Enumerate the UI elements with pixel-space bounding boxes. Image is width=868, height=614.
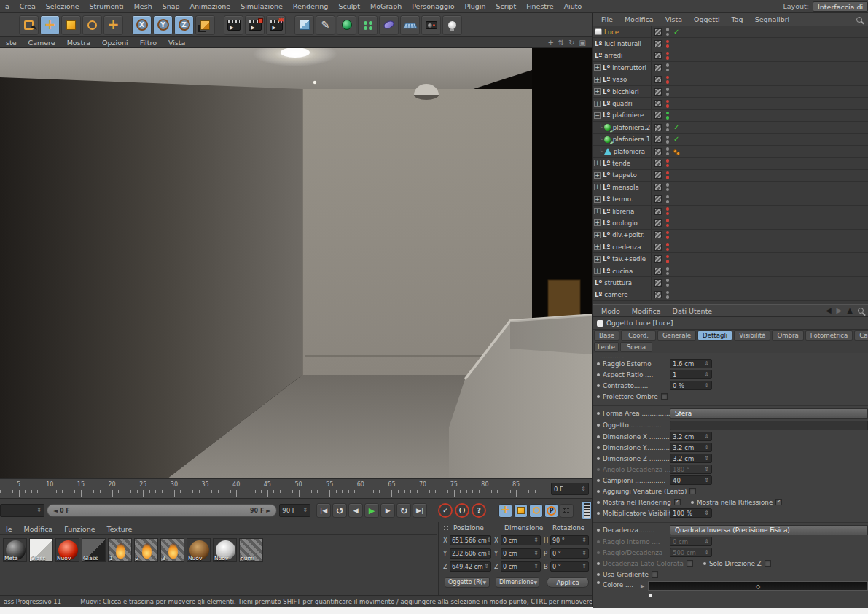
object-row[interactable]: −Lºplafoniere: [593, 110, 868, 122]
expand-toggle[interactable]: +: [594, 208, 601, 214]
render-visibility-dot[interactable]: [666, 188, 670, 192]
menu-simulazione[interactable]: Simulazione: [235, 2, 288, 10]
editor-visibility-dot[interactable]: [666, 243, 670, 246]
spinner-icon[interactable]: ⇕: [581, 486, 586, 492]
layer-toggle-icon[interactable]: [654, 291, 662, 298]
value-field[interactable]: 100 %⇕: [670, 508, 712, 518]
editor-visibility-dot[interactable]: [666, 195, 670, 199]
editor-visibility-dot[interactable]: [666, 231, 670, 235]
layer-toggle-icon[interactable]: [654, 231, 662, 238]
menu-aiuto[interactable]: Aiuto: [559, 2, 587, 10]
visibility-dots[interactable]: [665, 279, 670, 287]
search-icon[interactable]: [856, 17, 862, 23]
expand-toggle[interactable]: +: [594, 232, 601, 238]
visibility-dots[interactable]: [665, 100, 670, 108]
menu-rendering[interactable]: Rendering: [288, 2, 334, 10]
value-field[interactable]: 3.2 cm⇕: [670, 432, 712, 441]
object-name-cell[interactable]: +Lºlibreria: [593, 206, 652, 217]
menu-script[interactable]: Script: [491, 2, 522, 10]
expand-arrow-icon[interactable]: ▶: [641, 583, 644, 589]
render-visibility-dot[interactable]: [666, 260, 670, 263]
object-row[interactable]: +Lºdiv.+poltr.: [593, 230, 868, 241]
mograph-button[interactable]: [358, 15, 378, 35]
play-backwards-button[interactable]: ↺: [332, 503, 347, 518]
editor-visibility-dot[interactable]: [666, 255, 670, 259]
editor-visibility-dot[interactable]: [666, 291, 670, 295]
object-menu-oggetti[interactable]: Oggetti: [688, 15, 725, 23]
spinner-icon[interactable]: ⇕: [582, 551, 587, 556]
editor-visibility-dot[interactable]: [666, 100, 670, 104]
object-name-cell[interactable]: −Lºplafoniere: [593, 110, 652, 121]
menu-strumenti[interactable]: Strumenti: [85, 2, 129, 10]
object-row[interactable]: +Lºquadri: [593, 98, 868, 109]
render-visibility-dot[interactable]: [666, 176, 670, 179]
spinner-icon[interactable]: ⇕: [487, 537, 491, 543]
keyframe-pla-toggle[interactable]: [560, 504, 574, 518]
tab-visibilit[interactable]: Visibilità: [734, 330, 770, 341]
object-name-cell[interactable]: +Lºtav.+sedie: [593, 253, 652, 264]
visibility-dots[interactable]: [665, 52, 670, 60]
spinner-icon[interactable]: ⇕: [704, 478, 709, 483]
object-row[interactable]: +Lºcredenza: [593, 241, 868, 253]
object-menu-vista[interactable]: Vista: [660, 15, 688, 23]
object-row[interactable]: +Lºinterruttori: [593, 62, 868, 74]
menu-sculpt[interactable]: Sculpt: [333, 2, 365, 10]
visibility-dots[interactable]: [665, 88, 670, 96]
object-row[interactable]: +Lºtende: [593, 158, 868, 169]
value-field[interactable]: 500 cm⇕: [670, 548, 712, 557]
render-picture-viewer-button[interactable]: [245, 15, 265, 35]
value-field[interactable]: 3.2 cm⇕: [670, 443, 712, 452]
object-row[interactable]: Luce✓: [593, 26, 868, 38]
checkbox[interactable]: [689, 488, 696, 494]
dropdown-field[interactable]: Quadrata Inversa (Precisione Fisica): [670, 525, 868, 535]
render-visibility-dot[interactable]: [666, 69, 670, 72]
position-mode-dropdown[interactable]: Oggetto (R(▼: [445, 577, 490, 588]
gradient-knot[interactable]: ◇: [756, 583, 760, 590]
coord-input[interactable]: 0 cm⇕: [501, 535, 541, 545]
spinner-icon[interactable]: ⇕: [484, 564, 489, 570]
editor-visibility-dot[interactable]: [666, 112, 670, 115]
object-name-cell[interactable]: └plafoniera.1: [593, 134, 652, 145]
object-row[interactable]: └plafoniera: [593, 146, 868, 158]
expand-toggle[interactable]: +: [594, 160, 601, 166]
object-name-cell[interactable]: +Lºtende: [593, 158, 652, 168]
layer-toggle-icon[interactable]: [654, 28, 662, 36]
expand-toggle[interactable]: +: [594, 244, 601, 250]
tab-fotometrica[interactable]: Fotometrica: [805, 330, 853, 341]
tab-generale[interactable]: Generale: [657, 330, 696, 341]
expand-toggle[interactable]: +: [594, 219, 601, 226]
render-visibility-dot[interactable]: [666, 284, 670, 287]
compositing-tag-icon[interactable]: ✓: [673, 124, 679, 131]
coord-input[interactable]: 0 cm⇕: [501, 561, 541, 572]
object-name-cell[interactable]: +Lºdiv.+poltr.: [593, 230, 652, 241]
visibility-dots[interactable]: [665, 28, 670, 36]
frame-range-slider[interactable]: ◄ 0 F 90 F ►: [47, 504, 277, 517]
expand-toggle[interactable]: +: [594, 184, 601, 190]
visibility-dots[interactable]: [665, 243, 670, 251]
tab-caustiche[interactable]: Caustiche: [854, 330, 868, 341]
lock-x-axis-button[interactable]: X: [132, 15, 152, 35]
object-menu-file[interactable]: File: [595, 15, 619, 23]
value-field[interactable]: 180 °⇕: [670, 465, 712, 474]
visibility-dots[interactable]: [665, 195, 670, 203]
layer-toggle-icon[interactable]: [654, 124, 662, 131]
move-tool[interactable]: +: [40, 15, 60, 35]
tab-lente[interactable]: Lente: [594, 342, 619, 352]
layer-toggle-icon[interactable]: [654, 64, 662, 71]
render-visibility-dot[interactable]: [666, 212, 670, 216]
editor-visibility-dot[interactable]: [666, 171, 670, 175]
visibility-dots[interactable]: [665, 123, 670, 131]
expand-toggle[interactable]: −: [594, 112, 601, 119]
material-thumbnail[interactable]: 1: [108, 538, 132, 562]
object-name-cell[interactable]: +Lºmensola: [593, 182, 652, 193]
timeline-filter-button[interactable]: [582, 501, 592, 520]
editor-visibility-dot[interactable]: [666, 136, 670, 139]
coord-input[interactable]: 232.606 cm⇕: [450, 548, 491, 559]
editor-visibility-dot[interactable]: [666, 28, 670, 31]
visibility-dots[interactable]: [665, 63, 670, 71]
zoom-view-icon[interactable]: ⇅: [558, 39, 564, 47]
value-field[interactable]: 0 %⇕: [670, 381, 712, 390]
editor-visibility-dot[interactable]: [666, 123, 670, 127]
render-visibility-dot[interactable]: [666, 295, 670, 299]
layer-toggle-icon[interactable]: [654, 148, 662, 155]
